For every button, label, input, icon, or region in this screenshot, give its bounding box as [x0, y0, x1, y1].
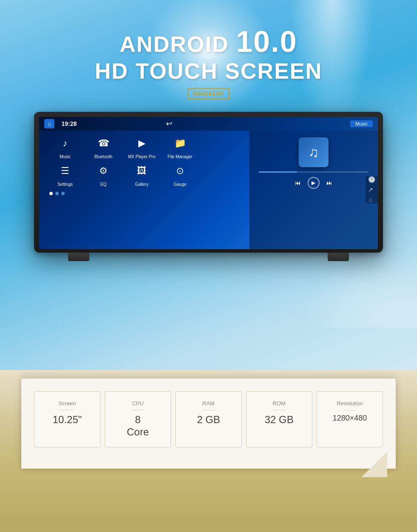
- eq-icon: ⚙: [94, 162, 113, 180]
- specs-grid: Screen 10.25" CPU 8Core RAM 2 GB ROM 32 …: [34, 391, 383, 447]
- home-button[interactable]: ⌂: [44, 119, 54, 128]
- music-tab[interactable]: Music: [350, 120, 373, 127]
- app-mxplayer[interactable]: ▶ MX Player Pro: [123, 134, 161, 159]
- app-row-1: ♪ Music ☎ Bluetooth ▶ MX Player Pro: [46, 134, 243, 159]
- route-sidebar-icon[interactable]: ↗: [368, 186, 375, 193]
- bottom-section: Screen 10.25" CPU 8Core RAM 2 GB ROM 32 …: [0, 370, 417, 532]
- device-screen: ⌂ 19:28 ↩ Music ♪: [39, 117, 378, 249]
- eq-label: EQ: [100, 182, 106, 187]
- music-sidebar-icon[interactable]: ♫: [368, 196, 375, 203]
- spec-ram-label: RAM: [203, 400, 215, 407]
- dot-1[interactable]: [49, 192, 53, 195]
- settings-label: Settings: [57, 182, 73, 187]
- apps-panel: ♪ Music ☎ Bluetooth ▶ MX Player Pro: [39, 131, 249, 249]
- music-label: Music: [60, 154, 71, 159]
- spec-screen-label: Screen: [58, 400, 76, 407]
- spec-resolution-value: 1280×480: [333, 414, 367, 423]
- spec-cpu-label: CPU: [132, 400, 143, 407]
- top-section: ANDROID 10.0 HD TOUCH SCREEN S04241SF ⌂ …: [0, 0, 417, 370]
- spec-screen-value: 10.25": [53, 414, 82, 426]
- device-container: ⌂ 19:28 ↩ Music ♪: [34, 112, 383, 261]
- app-row-2: ☰ Settings ⚙ EQ 🖼 Gallery: [46, 162, 243, 187]
- music-progress-fill: [259, 171, 297, 173]
- music-note-icon: ♫: [308, 145, 319, 160]
- bluetooth-icon: ☎: [94, 134, 113, 153]
- gauge-label: Gauge: [174, 182, 186, 187]
- device-outer: ⌂ 19:28 ↩ Music ♪: [34, 112, 383, 253]
- spec-rom: ROM 32 GB: [246, 391, 312, 447]
- home-icon: ⌂: [48, 120, 51, 127]
- sidebar-icons: 🕐 ↗ ♫: [366, 176, 378, 203]
- app-settings[interactable]: ☰ Settings: [46, 162, 84, 187]
- spec-ram-divider: [202, 410, 215, 410]
- app-gallery[interactable]: 🖼 Gallery: [123, 162, 161, 187]
- spec-cpu-value: 8Core: [127, 414, 149, 438]
- screen-inner: ⌂ 19:28 ↩ Music ♪: [39, 117, 378, 249]
- stand-right: [328, 253, 349, 261]
- bluetooth-label: Bluetooth: [94, 154, 112, 159]
- gallery-icon: 🖼: [132, 162, 151, 180]
- play-button[interactable]: ▶: [308, 177, 320, 189]
- specs-paper: Screen 10.25" CPU 8Core RAM 2 GB ROM 32 …: [21, 378, 396, 469]
- spec-screen: Screen 10.25": [34, 391, 100, 447]
- app-gauge[interactable]: ⊙ Gauge: [161, 162, 199, 187]
- album-art: ♫: [299, 137, 328, 167]
- music-icon: ♪: [56, 134, 74, 153]
- spec-ram-value: 2 GB: [197, 414, 220, 426]
- title-line1: ANDROID 10.0: [95, 26, 323, 58]
- stand-left: [68, 253, 89, 261]
- spec-cpu-divider: [131, 410, 144, 410]
- dot-3[interactable]: [61, 192, 65, 195]
- app-eq[interactable]: ⚙ EQ: [84, 162, 123, 187]
- music-controls: ⏮ ▶ ⏭: [253, 175, 374, 191]
- music-panel: ♫ ⏮ ▶ ⏭: [249, 131, 378, 249]
- spec-rom-divider: [273, 410, 286, 410]
- gallery-label: Gallery: [135, 182, 149, 187]
- prev-button[interactable]: ⏮: [295, 179, 301, 186]
- mxplayer-label: MX Player Pro: [128, 154, 155, 159]
- dot-2[interactable]: [55, 192, 59, 195]
- android-version: 10.0: [236, 25, 297, 58]
- spec-ram: RAM 2 GB: [175, 391, 242, 447]
- model-badge: S04241SF: [188, 88, 229, 99]
- gauge-icon: ⊙: [171, 162, 189, 180]
- mxplayer-icon: ▶: [132, 134, 151, 153]
- next-button[interactable]: ⏭: [326, 179, 332, 186]
- app-bluetooth[interactable]: ☎ Bluetooth: [84, 134, 123, 159]
- spec-screen-divider: [61, 410, 74, 410]
- filemanager-label: File Manager: [168, 154, 192, 159]
- spec-rom-label: ROM: [273, 400, 286, 407]
- screen-content: ♪ Music ☎ Bluetooth ▶ MX Player Pro: [39, 131, 378, 249]
- play-icon: ▶: [311, 180, 315, 186]
- back-button[interactable]: ↩: [166, 119, 172, 128]
- spec-resolution-divider: [343, 410, 356, 410]
- clock-sidebar-icon[interactable]: 🕐: [368, 176, 375, 183]
- spec-rom-value: 32 GB: [265, 414, 294, 426]
- spec-resolution: Resolution 1280×480: [317, 391, 383, 447]
- screen-topbar: ⌂ 19:28 ↩ Music: [39, 117, 378, 131]
- app-music[interactable]: ♪ Music: [46, 134, 84, 159]
- title-line2: HD TOUCH SCREEN: [95, 58, 323, 84]
- settings-icon: ☰: [56, 162, 74, 180]
- music-progress-bar[interactable]: [259, 171, 368, 173]
- spec-resolution-label: Resolution: [337, 400, 363, 407]
- android-prefix: ANDROID: [120, 32, 236, 57]
- filemanager-icon: 📁: [171, 134, 189, 153]
- device-stands: [34, 253, 383, 261]
- app-filemanager[interactable]: 📁 File Manager: [161, 134, 199, 159]
- spec-cpu: CPU 8Core: [105, 391, 171, 447]
- page-dots: [46, 189, 243, 195]
- time-display: 19:28: [61, 120, 77, 127]
- title-block: ANDROID 10.0 HD TOUCH SCREEN S04241SF: [95, 26, 323, 99]
